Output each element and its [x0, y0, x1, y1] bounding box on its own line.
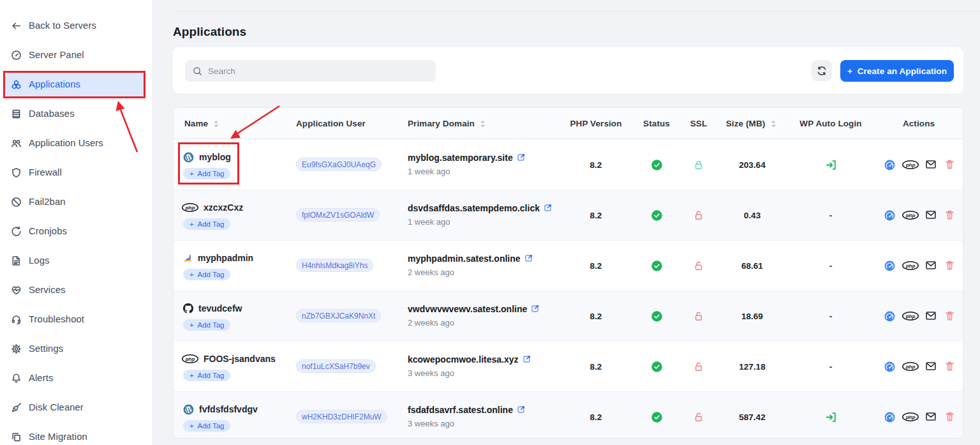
svg-text:php: php [905, 313, 916, 319]
svg-text:php: php [905, 364, 916, 370]
svg-text:php: php [905, 162, 916, 168]
svg-text:php: php [185, 205, 195, 211]
svg-text:php: php [905, 213, 916, 218]
svg-text:php: php [905, 414, 916, 420]
svg-text:php: php [905, 263, 916, 269]
svg-text:php: php [185, 356, 195, 362]
